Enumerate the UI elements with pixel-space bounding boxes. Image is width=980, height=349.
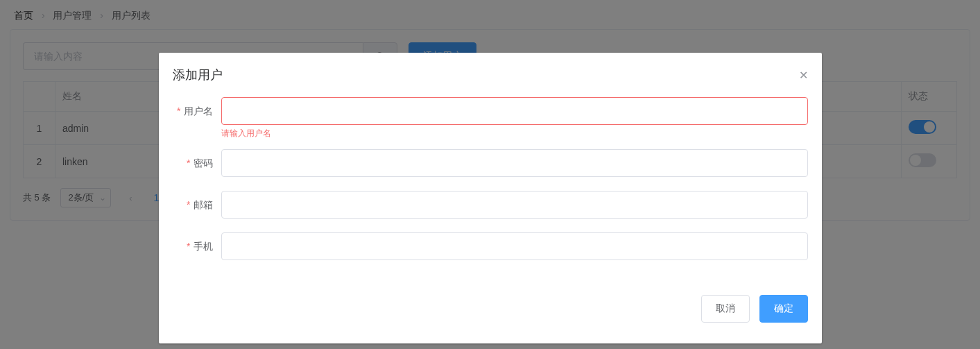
password-label-text: 密码 (194, 158, 213, 169)
cancel-button[interactable]: 取消 (701, 295, 750, 323)
username-label-text: 用户名 (184, 105, 213, 117)
required-mark: * (187, 199, 190, 210)
required-mark: * (187, 158, 190, 169)
close-icon: ✕ (799, 69, 808, 81)
username-input[interactable] (221, 97, 808, 125)
username-error: 请输入用户名 (221, 128, 808, 139)
dialog-close-button[interactable]: ✕ (799, 69, 808, 82)
dialog-footer: 取消 确定 (159, 288, 822, 337)
form-row-phone: *手机 (173, 232, 808, 260)
form-row-password: *密码 (173, 149, 808, 177)
dialog-body: *用户名 请输入用户名 *密码 *邮箱 *手机 (159, 90, 822, 288)
form-row-username: *用户名 (173, 97, 808, 125)
email-input[interactable] (221, 191, 808, 219)
add-user-dialog: 添加用户 ✕ *用户名 请输入用户名 *密码 *邮箱 *手机 (159, 53, 822, 343)
dialog-title: 添加用户 (173, 67, 223, 83)
password-input[interactable] (221, 149, 808, 177)
email-label: *邮箱 (173, 191, 221, 219)
email-label-text: 邮箱 (194, 199, 213, 210)
password-label: *密码 (173, 149, 221, 177)
required-mark: * (187, 241, 190, 252)
phone-input[interactable] (221, 232, 808, 260)
form-row-email: *邮箱 (173, 191, 808, 219)
username-label: *用户名 (173, 97, 221, 125)
phone-label: *手机 (173, 232, 221, 260)
confirm-button[interactable]: 确定 (759, 295, 808, 323)
phone-label-text: 手机 (194, 241, 213, 252)
dialog-header: 添加用户 ✕ (159, 53, 822, 90)
required-mark: * (177, 105, 180, 117)
